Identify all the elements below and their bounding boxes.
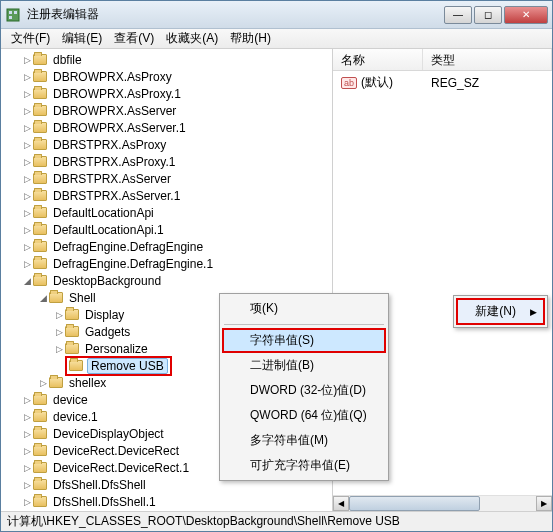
folder-icon bbox=[33, 122, 47, 133]
menu-help[interactable]: 帮助(H) bbox=[224, 28, 277, 49]
expand-icon[interactable]: ▷ bbox=[21, 412, 33, 422]
svg-rect-3 bbox=[9, 16, 12, 19]
expand-icon[interactable]: ▷ bbox=[21, 89, 33, 99]
expand-icon[interactable]: ▷ bbox=[21, 480, 33, 490]
highlight-box: Remove USB bbox=[65, 356, 172, 376]
expand-icon[interactable]: ▷ bbox=[53, 344, 65, 354]
submenu-item[interactable]: QWORD (64 位)值(Q) bbox=[222, 403, 386, 428]
expand-icon[interactable]: ▷ bbox=[21, 72, 33, 82]
values-hscroll[interactable]: ◀ ▶ bbox=[333, 495, 552, 511]
tree-node[interactable]: ▷DfsShell.DfsShell.1 bbox=[5, 493, 332, 510]
close-button[interactable]: ✕ bbox=[504, 6, 548, 24]
window-controls: — ◻ ✕ bbox=[444, 6, 548, 24]
tree-node[interactable]: ▷DBRSTPRX.AsServer.1 bbox=[5, 187, 332, 204]
collapse-icon[interactable]: ◢ bbox=[37, 293, 49, 303]
tree-node-label: DBROWPRX.AsServer.1 bbox=[51, 121, 188, 135]
expand-icon[interactable]: ▷ bbox=[21, 140, 33, 150]
tree-node[interactable]: ▷DBROWPRX.AsProxy bbox=[5, 68, 332, 85]
tree-node-label: DfsShell.DfsShell bbox=[51, 478, 148, 492]
tree-node[interactable]: ◢DesktopBackground bbox=[5, 272, 332, 289]
tree-node[interactable]: ▷DefragEngine.DefragEngine bbox=[5, 238, 332, 255]
value-row[interactable]: ab (默认) REG_SZ bbox=[335, 73, 550, 92]
folder-icon bbox=[65, 343, 79, 354]
folder-icon bbox=[33, 224, 47, 235]
menu-edit[interactable]: 编辑(E) bbox=[56, 28, 108, 49]
tree-node-label: DeviceRect.DeviceRect bbox=[51, 444, 181, 458]
expand-icon[interactable]: ▷ bbox=[21, 497, 33, 507]
titlebar[interactable]: 注册表编辑器 — ◻ ✕ bbox=[1, 1, 552, 29]
tree-node-label: Personalize bbox=[83, 342, 150, 356]
expand-icon[interactable]: ▷ bbox=[21, 106, 33, 116]
tree-node[interactable]: ▷DBRSTPRX.AsProxy bbox=[5, 136, 332, 153]
folder-icon bbox=[33, 496, 47, 507]
expand-icon[interactable]: ▷ bbox=[53, 327, 65, 337]
folder-icon bbox=[33, 258, 47, 269]
expand-icon[interactable]: ▷ bbox=[21, 157, 33, 167]
folder-icon bbox=[33, 479, 47, 490]
folder-icon bbox=[33, 156, 47, 167]
expand-icon[interactable]: ▷ bbox=[21, 225, 33, 235]
statusbar: 计算机\HKEY_CLASSES_ROOT\DesktopBackground\… bbox=[1, 511, 552, 531]
submenu-item[interactable]: 字符串值(S) bbox=[222, 328, 386, 353]
submenu-item[interactable]: 项(K) bbox=[222, 296, 386, 321]
svg-rect-2 bbox=[14, 11, 17, 14]
tree-node[interactable]: ▷DefragEngine.DefragEngine.1 bbox=[5, 255, 332, 272]
expand-icon[interactable]: ▷ bbox=[21, 55, 33, 65]
collapse-icon[interactable]: ◢ bbox=[21, 276, 33, 286]
expand-icon[interactable]: ▷ bbox=[21, 191, 33, 201]
menu-new[interactable]: 新建(N) ▶ bbox=[456, 298, 545, 325]
tree-node-label: device bbox=[51, 393, 90, 407]
tree-node-label: DBROWPRX.AsProxy.1 bbox=[51, 87, 183, 101]
expand-icon[interactable]: ▷ bbox=[37, 378, 49, 388]
tree-node-label: DesktopBackground bbox=[51, 274, 163, 288]
tree-node[interactable]: ▷DBRSTPRX.AsServer bbox=[5, 170, 332, 187]
submenu-item[interactable]: 二进制值(B) bbox=[222, 353, 386, 378]
scroll-thumb[interactable] bbox=[349, 496, 480, 511]
tree-node[interactable]: ▷DBROWPRX.AsServer bbox=[5, 102, 332, 119]
scroll-right-button[interactable]: ▶ bbox=[536, 496, 552, 511]
col-type[interactable]: 类型 bbox=[423, 49, 552, 70]
tree-node[interactable]: ▷DBROWPRX.AsServer.1 bbox=[5, 119, 332, 136]
tree-node-label: dbfile bbox=[51, 53, 84, 67]
tree-node[interactable]: ▷DBROWPRX.AsProxy.1 bbox=[5, 85, 332, 102]
expand-icon[interactable]: ▷ bbox=[21, 463, 33, 473]
tree-node[interactable]: ▷DBRSTPRX.AsProxy.1 bbox=[5, 153, 332, 170]
tree-node[interactable]: ▷DefaultLocationApi bbox=[5, 204, 332, 221]
value-type: REG_SZ bbox=[431, 76, 479, 90]
tree-node-label: DeviceDisplayObject bbox=[51, 427, 166, 441]
col-name[interactable]: 名称 bbox=[333, 49, 423, 70]
tree-node-label: DefragEngine.DefragEngine bbox=[51, 240, 205, 254]
submenu-item[interactable]: DWORD (32-位)值(D) bbox=[222, 378, 386, 403]
folder-icon bbox=[33, 394, 47, 405]
tree-node-label: DfsShell.DfsShell.1 bbox=[51, 495, 158, 509]
scroll-track[interactable] bbox=[349, 496, 536, 511]
folder-icon bbox=[33, 462, 47, 473]
expand-icon[interactable]: ▷ bbox=[21, 429, 33, 439]
menu-favorites[interactable]: 收藏夹(A) bbox=[160, 28, 224, 49]
scroll-left-button[interactable]: ◀ bbox=[333, 496, 349, 511]
expand-icon[interactable]: ▷ bbox=[21, 174, 33, 184]
expand-icon[interactable]: ▷ bbox=[21, 123, 33, 133]
tree-node[interactable]: ▷dbfile bbox=[5, 51, 332, 68]
expand-icon[interactable]: ▷ bbox=[21, 395, 33, 405]
maximize-button[interactable]: ◻ bbox=[474, 6, 502, 24]
minimize-button[interactable]: — bbox=[444, 6, 472, 24]
menu-view[interactable]: 查看(V) bbox=[108, 28, 160, 49]
body-area: ▷dbfile▷DBROWPRX.AsProxy▷DBROWPRX.AsProx… bbox=[1, 49, 552, 511]
menu-file[interactable]: 文件(F) bbox=[5, 28, 56, 49]
expand-icon[interactable]: ▷ bbox=[21, 242, 33, 252]
string-value-icon: ab bbox=[341, 77, 357, 89]
expand-icon[interactable]: ▷ bbox=[21, 446, 33, 456]
tree-node-label: DBRSTPRX.AsServer bbox=[51, 172, 173, 186]
expand-icon[interactable]: ▷ bbox=[21, 259, 33, 269]
tree-node[interactable]: ▷DefaultLocationApi.1 bbox=[5, 221, 332, 238]
submenu-item[interactable]: 多字符串值(M) bbox=[222, 428, 386, 453]
submenu-item[interactable]: 可扩充字符串值(E) bbox=[222, 453, 386, 478]
value-name: (默认) bbox=[361, 74, 431, 91]
tree-node-label: Shell bbox=[67, 291, 98, 305]
svg-rect-1 bbox=[9, 11, 12, 14]
expand-icon[interactable]: ▷ bbox=[21, 208, 33, 218]
folder-icon bbox=[33, 241, 47, 252]
expand-icon[interactable]: ▷ bbox=[53, 310, 65, 320]
chevron-right-icon: ▶ bbox=[530, 307, 537, 317]
